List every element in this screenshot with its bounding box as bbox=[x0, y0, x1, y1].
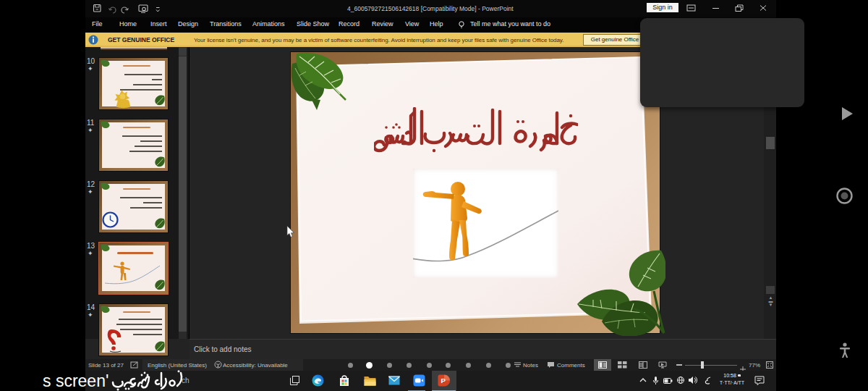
svg-text:P: P bbox=[441, 377, 446, 384]
